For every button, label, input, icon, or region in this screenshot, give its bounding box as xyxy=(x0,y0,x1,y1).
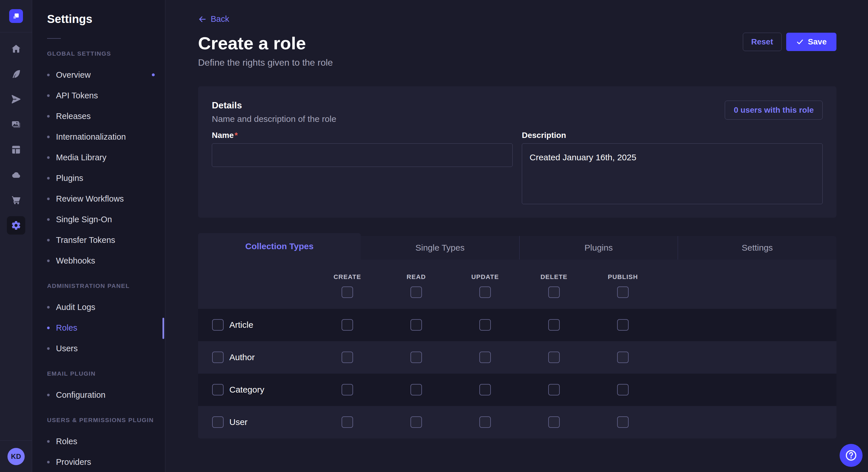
description-textarea[interactable]: Created January 16th, 2025 xyxy=(522,143,823,204)
checkbox-article-publish[interactable] xyxy=(617,319,629,331)
checkbox-article-update[interactable] xyxy=(479,319,491,331)
rail-footer: KD xyxy=(0,440,32,472)
column-header-publish: PUBLISH xyxy=(588,273,657,309)
sidebar-item-api-tokens[interactable]: API Tokens xyxy=(47,85,159,106)
divider xyxy=(0,32,32,32)
permission-row-article: Article xyxy=(198,309,836,341)
checkbox-category-publish[interactable] xyxy=(617,384,629,396)
column-header-delete: DELETE xyxy=(520,273,588,309)
checkbox-select-all-publish[interactable] xyxy=(617,286,629,298)
feather-icon xyxy=(11,69,21,79)
checkbox-author-read[interactable] xyxy=(410,351,422,363)
sidebar-item-configuration[interactable]: Configuration xyxy=(47,384,159,405)
checkbox-select-all-create[interactable] xyxy=(342,286,353,298)
permission-row-author: Author xyxy=(198,341,836,374)
bullet-icon xyxy=(47,347,50,350)
permission-row-category: Category xyxy=(198,374,836,406)
sidebar-item-label: Roles xyxy=(56,323,77,333)
sidebar-item-label: Providers xyxy=(56,458,91,467)
tab-single-types[interactable]: Single Types xyxy=(361,236,519,260)
bullet-icon xyxy=(47,306,50,308)
save-button[interactable]: Save xyxy=(786,33,836,51)
sidebar-item-label: Releases xyxy=(56,111,91,121)
checkbox-author-create[interactable] xyxy=(342,351,353,363)
sidebar-item-webhooks[interactable]: Webhooks xyxy=(47,250,159,271)
checkbox-select-all-delete[interactable] xyxy=(548,286,560,298)
sidebar-item-media-library[interactable]: Media Library xyxy=(47,147,159,168)
section-label: USERS & PERMISSIONS PLUGIN xyxy=(47,417,159,424)
content-type-builder-button[interactable] xyxy=(7,140,25,159)
sidebar-item-label: Audit Logs xyxy=(56,303,95,312)
checkbox-author-delete[interactable] xyxy=(548,351,560,363)
permissions-header-row: CREATE READ UPDATE DELETE xyxy=(198,260,836,309)
sidebar-item-review-workflows[interactable]: Review Workflows xyxy=(47,189,159,209)
row-label: Author xyxy=(229,352,255,362)
marketplace-button[interactable] xyxy=(7,191,25,209)
name-input[interactable] xyxy=(212,143,513,167)
back-link[interactable]: Back xyxy=(198,14,229,24)
reset-button[interactable]: Reset xyxy=(743,33,782,51)
checkbox-user-publish[interactable] xyxy=(617,416,629,428)
checkbox-user-delete[interactable] xyxy=(548,416,560,428)
sidebar-item-roles[interactable]: Roles xyxy=(47,317,159,338)
bullet-icon xyxy=(47,136,50,138)
deploy-button[interactable] xyxy=(7,166,25,184)
avatar[interactable]: KD xyxy=(7,448,25,465)
column-label: CREATE xyxy=(334,273,361,281)
sidebar-item-internationalization[interactable]: Internationalization xyxy=(47,127,159,147)
sidebar-item-audit-logs[interactable]: Audit Logs xyxy=(47,297,159,317)
content-manager-button[interactable] xyxy=(7,65,25,83)
column-header-read: READ xyxy=(382,273,451,309)
checkbox-article-read[interactable] xyxy=(410,319,422,331)
checkbox-article-row[interactable] xyxy=(212,319,224,331)
home-button[interactable] xyxy=(7,40,25,58)
checkbox-category-read[interactable] xyxy=(410,384,422,396)
sidebar-item-single-sign-on[interactable]: Single Sign-On xyxy=(47,209,159,230)
home-icon xyxy=(11,43,21,54)
sidebar-item-plugins[interactable]: Plugins xyxy=(47,168,159,189)
sidebar-item-transfer-tokens[interactable]: Transfer Tokens xyxy=(47,230,159,250)
checkbox-user-create[interactable] xyxy=(342,416,353,428)
sidebar-item-up-roles[interactable]: Roles xyxy=(47,431,159,452)
users-with-role-button[interactable]: 0 users with this role xyxy=(725,101,823,120)
checkbox-select-all-read[interactable] xyxy=(410,286,422,298)
tab-plugins[interactable]: Plugins xyxy=(519,236,678,260)
tab-collection-types[interactable]: Collection Types xyxy=(198,233,361,260)
sidebar-item-releases[interactable]: Releases xyxy=(47,106,159,127)
checkbox-author-update[interactable] xyxy=(479,351,491,363)
sidebar-item-users[interactable]: Users xyxy=(47,338,159,359)
section-email-plugin: EMAIL PLUGIN Configuration xyxy=(47,370,159,405)
checkbox-article-delete[interactable] xyxy=(548,319,560,331)
help-button[interactable] xyxy=(840,444,863,467)
checkbox-select-all-update[interactable] xyxy=(479,286,491,298)
strapi-logo[interactable] xyxy=(9,9,23,23)
checkbox-author-row[interactable] xyxy=(212,351,224,363)
sidebar-item-label: API Tokens xyxy=(56,91,98,100)
sidebar-item-overview[interactable]: Overview xyxy=(47,65,159,85)
notification-dot xyxy=(152,73,155,76)
back-label: Back xyxy=(211,14,229,24)
checkbox-category-update[interactable] xyxy=(479,384,491,396)
main-nav-rail: KD xyxy=(0,0,32,472)
checkbox-article-create[interactable] xyxy=(342,319,353,331)
checkbox-user-update[interactable] xyxy=(479,416,491,428)
tab-settings[interactable]: Settings xyxy=(678,236,836,260)
details-card: Details Name and description of the role… xyxy=(198,86,836,217)
media-library-button[interactable] xyxy=(7,115,25,134)
sidebar-item-providers[interactable]: Providers xyxy=(47,452,159,472)
checkbox-user-row[interactable] xyxy=(212,416,224,428)
releases-button[interactable] xyxy=(7,90,25,108)
settings-button[interactable] xyxy=(7,216,25,235)
column-label: PUBLISH xyxy=(608,273,638,281)
checkbox-author-publish[interactable] xyxy=(617,351,629,363)
sidebar-item-label: Configuration xyxy=(56,390,105,400)
details-fields: Name* Description Created January 16th, … xyxy=(212,131,823,204)
checkbox-user-read[interactable] xyxy=(410,416,422,428)
sidebar-item-label: Plugins xyxy=(56,173,83,183)
bullet-icon xyxy=(47,177,50,179)
strapi-logo-icon xyxy=(11,11,21,21)
checkbox-category-row[interactable] xyxy=(212,384,224,396)
sidebar-scrollbar-thumb[interactable] xyxy=(162,318,164,339)
checkbox-category-delete[interactable] xyxy=(548,384,560,396)
checkbox-category-create[interactable] xyxy=(342,384,353,396)
